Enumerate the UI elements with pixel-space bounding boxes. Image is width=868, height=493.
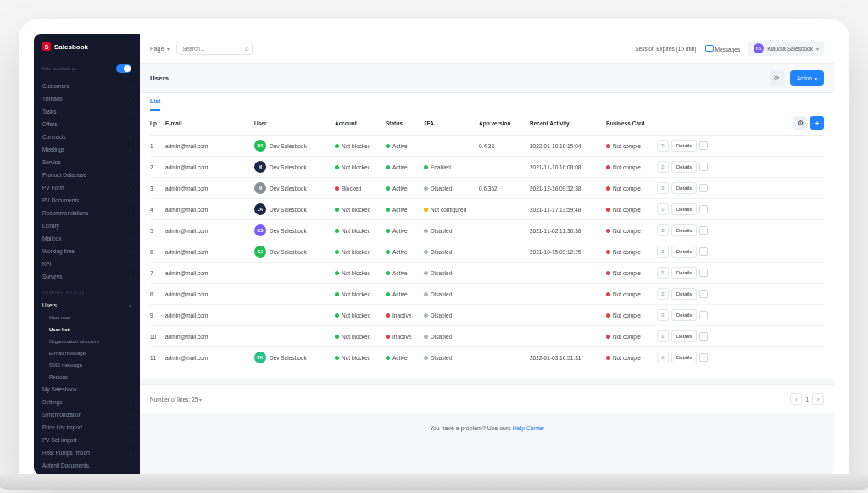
row-checkbox[interactable]: [699, 332, 708, 341]
row-checkbox[interactable]: [699, 290, 708, 298]
sidebar-subitem[interactable]: Organization structure: [34, 335, 140, 347]
details-button[interactable]: Details: [671, 140, 697, 152]
col-lp[interactable]: Lp.: [150, 120, 165, 126]
details-button[interactable]: Details: [671, 267, 697, 279]
row-checkbox[interactable]: [699, 163, 708, 171]
sidebar-item[interactable]: Settings›: [34, 396, 140, 408]
sidebar-item[interactable]: PV Form›: [34, 181, 140, 194]
sidebar-subitem[interactable]: SMS message: [34, 359, 140, 371]
row-menu-button[interactable]: ≡: [657, 288, 669, 300]
row-menu-button[interactable]: ≡: [657, 203, 669, 215]
row-menu-button[interactable]: ≡: [657, 140, 669, 152]
sidebar-item[interactable]: Working time›: [34, 245, 140, 258]
user-menu[interactable]: KS Klaudia Salesbook ▾: [748, 41, 824, 56]
cell-user[interactable]: DSDev Salesbook: [254, 140, 335, 152]
plus-icon[interactable]: +: [810, 116, 824, 130]
details-button[interactable]: Details: [671, 246, 697, 258]
details-button[interactable]: Details: [671, 352, 697, 363]
sidebar-subitem[interactable]: E-mail message: [34, 347, 140, 359]
sidebar-item-users[interactable]: Users▾: [34, 299, 140, 312]
row-checkbox[interactable]: [699, 353, 708, 362]
cell-user[interactable]: MDev Salesbook: [254, 182, 335, 194]
sidebar-item[interactable]: PV Set Import›: [34, 434, 140, 446]
sidebar-item[interactable]: Cockpit›: [34, 472, 140, 474]
sidebar-item[interactable]: Threads›: [34, 92, 140, 105]
tab-list[interactable]: List: [150, 93, 160, 111]
cell-user[interactable]: KJDev Salesbook: [254, 246, 335, 258]
row-checkbox[interactable]: [699, 226, 708, 235]
col-appver[interactable]: App version: [479, 120, 530, 126]
row-checkbox[interactable]: [699, 205, 708, 213]
gear-icon[interactable]: ⚙: [793, 116, 807, 130]
row-menu-button[interactable]: ≡: [657, 352, 669, 363]
sidebar-item[interactable]: Library›: [34, 219, 140, 232]
sidebar-item[interactable]: Synchronization›: [34, 408, 140, 421]
page-prev-button[interactable]: ‹: [790, 393, 802, 405]
sidebar-subitem[interactable]: Regions: [34, 371, 140, 383]
row-menu-button[interactable]: ≡: [657, 309, 669, 321]
row-menu-button[interactable]: ≡: [657, 267, 669, 279]
messages-link[interactable]: Messages: [705, 45, 741, 53]
page-next-button[interactable]: ›: [812, 393, 824, 405]
action-button[interactable]: Action ▾: [790, 70, 824, 86]
details-button[interactable]: Details: [671, 182, 697, 194]
col-bc[interactable]: Business Card: [606, 120, 657, 126]
search-input[interactable]: [176, 42, 253, 55]
details-button[interactable]: Details: [671, 224, 697, 236]
help-center-link[interactable]: Help Center: [513, 425, 544, 431]
sidebar-item[interactable]: PV Documents›: [34, 194, 140, 207]
details-button[interactable]: Details: [671, 288, 697, 300]
page-select[interactable]: Page ▾: [150, 46, 170, 52]
brand-logo[interactable]: S Salesbook: [34, 34, 140, 59]
sidebar-item[interactable]: Offers›: [34, 118, 140, 130]
refresh-button[interactable]: ⟳: [770, 70, 785, 86]
sidebar-subitem[interactable]: User list: [34, 324, 140, 335]
details-button[interactable]: Details: [671, 330, 697, 342]
details-button[interactable]: Details: [671, 309, 697, 321]
row-menu-button[interactable]: ≡: [657, 161, 669, 173]
col-account[interactable]: Account: [335, 120, 386, 126]
sidebar-item-label: E-mail message: [49, 351, 86, 356]
sidebar-item[interactable]: KPI›: [34, 258, 140, 270]
cell-user[interactable]: MDev Salesbook: [254, 161, 335, 173]
sidebar-item[interactable]: Meetings›: [34, 143, 140, 156]
row-menu-button[interactable]: ≡: [657, 182, 669, 194]
col-email[interactable]: E-mail: [165, 120, 254, 126]
sidebar-item[interactable]: Tasks›: [34, 105, 140, 118]
row-menu-button[interactable]: ≡: [657, 224, 669, 236]
sidebar-item[interactable]: My Salesbook›: [34, 383, 140, 396]
sidebar-item[interactable]: Heat Pumps Import›: [34, 446, 140, 459]
row-checkbox[interactable]: [699, 269, 708, 277]
row-menu-button[interactable]: ≡: [657, 246, 669, 258]
details-button[interactable]: Details: [671, 203, 697, 215]
cell-lp: 5: [150, 228, 165, 234]
sidebar-item[interactable]: Customers›: [34, 80, 140, 92]
sidebar-autohide-toggle[interactable]: [116, 64, 131, 73]
sidebar-item[interactable]: Autenti Documents›: [34, 459, 140, 472]
sidebar-item[interactable]: Price List Import›: [34, 421, 140, 434]
col-status[interactable]: Status: [386, 120, 424, 126]
row-checkbox[interactable]: [699, 141, 708, 150]
col-user[interactable]: User: [254, 120, 335, 126]
row-checkbox[interactable]: [699, 311, 708, 319]
cell-user[interactable]: JADev Salesbook: [254, 203, 335, 215]
sidebar-item-label: Service: [42, 159, 61, 165]
sidebar-item[interactable]: Surveys›: [34, 270, 140, 283]
sidebar-subitem[interactable]: New user: [34, 312, 140, 324]
col-activity[interactable]: Recent Activity: [530, 120, 606, 126]
chevron-right-icon: ›: [130, 147, 131, 152]
cell-user[interactable]: PKDev Salesbook: [254, 352, 335, 363]
sidebar-item[interactable]: Service›: [34, 156, 140, 169]
row-menu-button[interactable]: ≡: [657, 330, 669, 342]
sidebar-item[interactable]: Product Database›: [34, 169, 140, 181]
col-2fa[interactable]: 2FA: [424, 120, 479, 126]
page-header: Users ⟳ Action ▾: [140, 64, 834, 92]
details-button[interactable]: Details: [671, 161, 697, 173]
pagesize-control[interactable]: Number of lines: 25 ▾: [150, 396, 202, 402]
sidebar-item[interactable]: Contracts›: [34, 130, 140, 143]
sidebar-item[interactable]: Mailbox›: [34, 232, 140, 245]
cell-user[interactable]: KSDev Salesbook: [254, 224, 335, 236]
row-checkbox[interactable]: [699, 247, 708, 256]
sidebar-item[interactable]: Recommendations›: [34, 207, 140, 219]
row-checkbox[interactable]: [699, 184, 708, 192]
